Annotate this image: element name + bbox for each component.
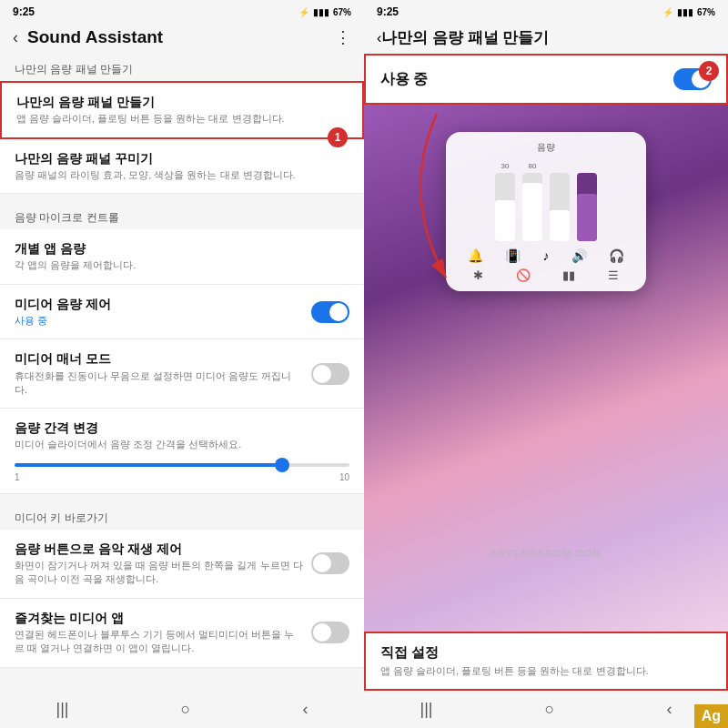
volume-panel-create-text: 나만의 음량 패널 만들기 앱 음량 슬라이더, 플로팅 버튼 등을 원하는 대… bbox=[16, 94, 348, 126]
media-manner-toggle[interactable] bbox=[311, 363, 349, 385]
music-playback-title: 음량 버튼으로 음악 재생 제어 bbox=[15, 541, 304, 557]
battery-icon: ⚡ bbox=[298, 7, 309, 17]
slider-min: 1 bbox=[15, 472, 20, 482]
slider-thumb[interactable] bbox=[275, 458, 289, 472]
battery-percent-right: 67% bbox=[697, 7, 715, 17]
nav-home-left[interactable]: ○ bbox=[181, 700, 191, 719]
section-gap-2 bbox=[0, 494, 364, 501]
direct-setting-section[interactable]: 직접 설정 앱 음량 슬라이더, 플로팅 버튼 등을 원하는 대로 변경합니다. bbox=[364, 632, 728, 691]
volume-panel-create-desc: 앱 음량 슬라이더, 플로팅 버튼 등을 원하는 대로 변경합니다. bbox=[16, 112, 348, 126]
nav-home-right[interactable]: ○ bbox=[545, 700, 555, 719]
vol-slider-4 bbox=[577, 170, 597, 241]
vol-fill-3 bbox=[550, 210, 570, 241]
media-volume-toggle[interactable] bbox=[311, 301, 349, 323]
vol-num-2: 80 bbox=[529, 162, 537, 170]
more-icon-left[interactable]: ⋮ bbox=[335, 27, 351, 47]
toggle-knob-favorite bbox=[313, 623, 331, 642]
signal-icon: ▮▮▮ bbox=[313, 7, 329, 17]
individual-app-volume-item[interactable]: 개별 앱 음량 각 앱의 음량을 제어합니다. bbox=[0, 229, 364, 285]
ag-logo: Ag bbox=[694, 704, 728, 728]
individual-app-volume-text: 개별 앱 음량 각 앱의 음량을 제어합니다. bbox=[15, 240, 349, 273]
vol-fill-2 bbox=[522, 183, 542, 241]
mute-icon: 🚫 bbox=[516, 268, 531, 282]
volume-panel-decorate-title: 나만의 음량 패널 꾸미기 bbox=[15, 150, 349, 167]
active-section-label: 사용 중 bbox=[380, 70, 428, 89]
vol-track-1 bbox=[495, 173, 515, 241]
music-playback-toggle[interactable] bbox=[311, 552, 349, 574]
back-button-left[interactable]: ‹ bbox=[13, 28, 18, 47]
nav-recent-left[interactable]: ||| bbox=[56, 700, 69, 719]
badge-1: 1 bbox=[328, 127, 348, 147]
favorite-media-app-desc: 연결된 헤드폰이나 블루투스 기기 등에서 멀티미디어 버튼을 누르 때 열거나… bbox=[15, 628, 304, 656]
active-toggle[interactable]: 2 bbox=[673, 68, 712, 90]
music-playback-desc: 화면이 잠기거나 꺼져 있을 때 음량 버튼의 한쪽을 길게 누르면 다음 곡이… bbox=[15, 559, 304, 587]
bars-icon: ▮▮ bbox=[562, 268, 575, 282]
media-volume-control-item[interactable]: 미디어 음량 제어 사용 중 bbox=[0, 285, 364, 340]
section1-label: 나만의 음량 패널 만들기 bbox=[0, 53, 364, 81]
page-title-left: Sound Assistant bbox=[27, 27, 335, 47]
music-playback-item[interactable]: 음량 버튼으로 음악 재생 제어 화면이 잠기거나 꺼져 있을 때 음량 버튼의… bbox=[0, 530, 364, 599]
section3-label: 미디어 키 바로가기 bbox=[0, 501, 364, 530]
favorite-media-app-title: 즐겨찾는 미디어 앱 bbox=[15, 610, 304, 626]
status-bar-right: 9:25 ⚡ ▮▮▮ 67% bbox=[364, 0, 728, 22]
volume-panel-mockup: 음량 30 80 bbox=[446, 132, 646, 291]
favorite-media-app-item[interactable]: 즐겨찾는 미디어 앱 연결된 헤드폰이나 블루투스 기기 등에서 멀티미디어 버… bbox=[0, 599, 364, 668]
watermark: ANTENNAGOM.COM bbox=[490, 548, 602, 559]
battery-percent: 67% bbox=[333, 7, 351, 17]
nav-back-right[interactable]: ‹ bbox=[666, 700, 672, 719]
nav-recent-right[interactable]: ||| bbox=[420, 700, 433, 719]
volume-interval-text: 음량 간격 변경 미디어 슬라이더에서 음량 조정 간격을 선택하세요. bbox=[15, 420, 241, 452]
media-manner-mode-item[interactable]: 미디어 매너 모드 휴대전화를 진동이나 무음으로 설정하면 미디어 음량도 꺼… bbox=[0, 339, 364, 409]
headphone-icon: 🎧 bbox=[609, 248, 624, 263]
slider-fill bbox=[15, 463, 282, 467]
nav-back-left[interactable]: ‹ bbox=[302, 700, 308, 719]
volume-interval-title: 음량 간격 변경 bbox=[15, 420, 241, 436]
volume-panel-decorate-text: 나만의 음량 패널 꾸미기 음량 패널의 라이팅 효과, 모양, 색상을 원하는… bbox=[15, 150, 349, 183]
favorite-media-toggle[interactable] bbox=[311, 622, 349, 643]
menu-icon: ☰ bbox=[608, 268, 619, 282]
vol-panel-title: 음량 bbox=[457, 141, 635, 154]
volume-panel-create-title: 나만의 음량 패널 만들기 bbox=[16, 94, 348, 110]
time-left: 9:25 bbox=[13, 5, 35, 18]
vol-track-4 bbox=[577, 173, 597, 241]
volume-interval-item[interactable]: 음량 간격 변경 미디어 슬라이더에서 음량 조정 간격을 선택하세요. 1 1… bbox=[0, 409, 364, 494]
battery-icon-right: ⚡ bbox=[662, 7, 673, 17]
volume-panel-decorate-item[interactable]: 나만의 음량 패널 꾸미기 음량 패널의 라이팅 효과, 모양, 색상을 원하는… bbox=[0, 139, 364, 195]
phone-mockup: 음량 30 80 bbox=[364, 105, 728, 632]
individual-app-volume-title: 개별 앱 음량 bbox=[15, 240, 349, 257]
individual-app-volume-desc: 각 앱의 음량을 제어합니다. bbox=[15, 258, 349, 272]
page-title-right: 나만의 음량 패널 만들기 bbox=[381, 27, 715, 48]
left-panel: 9:25 ⚡ ▮▮▮ 67% ‹ Sound Assistant ⋮ 나만의 음… bbox=[0, 0, 364, 728]
status-icons-left: ⚡ ▮▮▮ 67% bbox=[298, 7, 351, 17]
toggle-knob-music bbox=[313, 554, 331, 572]
vol-buttons-row: ✱ 🚫 ▮▮ ☰ bbox=[457, 268, 635, 282]
slider-max: 10 bbox=[339, 472, 349, 482]
top-bar-right: ‹ 나만의 음량 패널 만들기 bbox=[364, 22, 728, 54]
music-icon: ♪ bbox=[542, 248, 549, 263]
media-manner-mode-title: 미디어 매너 모드 bbox=[15, 350, 304, 367]
favorite-media-app-text: 즐겨찾는 미디어 앱 연결된 헤드폰이나 블루투스 기기 등에서 멀티미디어 버… bbox=[15, 610, 304, 656]
vol-sliders-row: 30 80 bbox=[457, 159, 635, 241]
volume-panel-create-item[interactable]: 나만의 음량 패널 만들기 앱 음량 슬라이더, 플로팅 버튼 등을 원하는 대… bbox=[0, 81, 364, 139]
status-icons-right: ⚡ ▮▮▮ 67% bbox=[662, 7, 715, 17]
vol-slider-2: 80 bbox=[522, 162, 542, 241]
vol-fill-4 bbox=[577, 194, 597, 242]
slider-container: 1 10 bbox=[15, 452, 349, 482]
nav-bar-right: ||| ○ ‹ bbox=[364, 691, 728, 728]
slider-labels: 1 10 bbox=[15, 472, 349, 482]
toggle-knob-manner bbox=[313, 365, 331, 383]
right-panel: 9:25 ⚡ ▮▮▮ 67% ‹ 나만의 음량 패널 만들기 사용 중 2 음량… bbox=[364, 0, 728, 728]
active-section: 사용 중 2 bbox=[364, 54, 728, 105]
vol-num-1: 30 bbox=[501, 162, 510, 170]
volume-slider-track[interactable] bbox=[15, 463, 349, 467]
bell-icon: 🔔 bbox=[468, 248, 483, 263]
bluetooth-icon: ✱ bbox=[473, 268, 483, 282]
direct-setting-desc: 앱 음량 슬라이더, 플로팅 버튼 등을 원하는 대로 변경합니다. bbox=[380, 664, 712, 678]
vol-slider-3 bbox=[550, 170, 570, 241]
media-manner-mode-desc: 휴대전화를 진동이나 무음으로 설정하면 미디어 음량도 꺼집니다. bbox=[15, 369, 304, 398]
badge-2: 2 bbox=[699, 61, 719, 81]
volume-interval-desc: 미디어 슬라이더에서 음량 조정 간격을 선택하세요. bbox=[15, 438, 241, 451]
vol-icons-row: 🔔 📳 ♪ 🔊 🎧 bbox=[457, 248, 635, 263]
section2-label: 음량 마이크로 컨트롤 bbox=[0, 201, 364, 229]
volume-icon: 🔊 bbox=[571, 248, 587, 263]
